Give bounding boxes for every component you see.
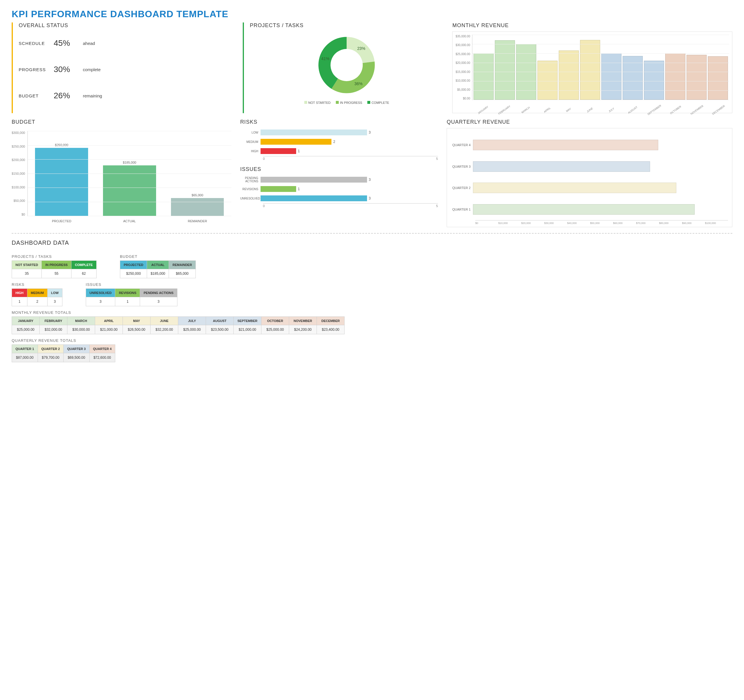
ytick: $150,000	[12, 172, 25, 175]
overall-status-card: OVERALL STATUS SCHEDULE45%aheadPROGRESS3…	[12, 22, 234, 113]
hbar-bar	[260, 139, 332, 145]
status-desc: remaining	[83, 93, 102, 98]
bar	[473, 54, 494, 100]
td: $26,500.00	[123, 325, 150, 334]
td: 3	[48, 297, 62, 306]
top-row: OVERALL STATUS SCHEDULE45%aheadPROGRESS3…	[12, 22, 732, 113]
donut-label: 36%	[354, 82, 363, 86]
divider	[12, 233, 732, 233]
ytick: $50,000	[12, 199, 25, 202]
xlabel: DECEMBER	[709, 103, 728, 117]
th: QUARTER 2	[38, 345, 64, 353]
hbar-value: 3	[367, 195, 371, 201]
qr-bar	[473, 161, 650, 172]
th: SEPTEMBER	[234, 317, 262, 325]
hbar-bar	[260, 195, 367, 201]
th: OCTOBER	[262, 317, 289, 325]
td: 2	[27, 297, 48, 306]
ytick: $20,000.00	[455, 61, 470, 64]
risks-chart: LOW3MEDIUM2HIGH105	[240, 128, 438, 161]
xlabel: JUNE	[580, 103, 600, 117]
dashboard-data-heading: DASHBOARD DATA	[12, 239, 732, 246]
ytick: $250,000	[12, 145, 25, 148]
td: $24,200.00	[289, 325, 317, 334]
th: QUARTER 1	[12, 345, 38, 353]
quarterly-revenue-chart: QUARTER 4QUARTER 3QUARTER 2QUARTER 1$0$1…	[447, 128, 732, 227]
hbar-value: 3	[367, 177, 371, 183]
donut-label: 23%	[357, 46, 366, 51]
bar-value: $185,000	[123, 161, 136, 164]
hbar-bar	[260, 186, 296, 192]
th: NOT STARTED	[12, 261, 42, 269]
td: 3	[86, 297, 115, 306]
hbar-value: 2	[332, 139, 335, 145]
xlabel: NOVEMBER	[687, 103, 707, 117]
bar	[580, 40, 600, 100]
table-budget: PROJECTEDACTUALREMAINDER$250,000$185,000…	[120, 260, 196, 278]
qr-row: QUARTER 1	[451, 199, 728, 220]
th: QUARTER 4	[89, 345, 115, 353]
status-desc: ahead	[83, 41, 95, 46]
bar-wrap: $65,000	[171, 193, 224, 216]
table-risks: HIGHMEDIUMLOW123	[12, 288, 62, 306]
bar	[559, 51, 579, 100]
ytick: $25,000.00	[455, 52, 470, 56]
th: PROJECTED	[120, 261, 147, 269]
dd-budget-heading: BUDGET	[120, 254, 196, 259]
hbar-bar	[260, 129, 367, 135]
bar	[644, 61, 664, 100]
table-monthly: JANUARYFEBRUARYMARCHAPRILMAYJUNEJULYAUGU…	[12, 317, 345, 334]
table-projects: NOT STARTEDIN PROGRESSCOMPLETE355562	[12, 260, 97, 278]
dd-issues-heading: ISSUES	[86, 282, 177, 287]
th: REVISIONS	[115, 289, 140, 297]
td: $32,000.00	[40, 325, 67, 334]
th: MEDIUM	[27, 289, 48, 297]
td: $21,000.00	[95, 325, 123, 334]
status-desc: complete	[83, 67, 101, 72]
overall-status-heading: OVERALL STATUS	[19, 22, 234, 28]
risks-issues-card: RISKS LOW3MEDIUM2HIGH105 ISSUES PENDING …	[240, 119, 438, 227]
legend-item: IN PROGRESS	[336, 101, 362, 104]
status-value: 30%	[54, 65, 83, 74]
hbar-row: HIGH1	[240, 147, 438, 156]
mid-row: BUDGET $300,000$250,000$200,000$150,000$…	[12, 119, 732, 227]
td: $87,000.00	[12, 353, 38, 362]
hbar-axis: 05	[263, 156, 438, 161]
xlabel: JANUARY	[473, 103, 493, 117]
monthly-revenue-card: MONTHLY REVENUE $35,000.00$30,000.00$25,…	[452, 22, 732, 113]
bar-value: $65,000	[192, 193, 203, 197]
th: LOW	[48, 289, 62, 297]
page-title: KPI PERFORMANCE DASHBOARD TEMPLATE	[12, 9, 732, 19]
td: $30,000.00	[67, 325, 95, 334]
legend-item: COMPLETE	[368, 101, 389, 104]
th: JUNE	[150, 317, 178, 325]
td: $250,000	[120, 269, 147, 278]
hbar-label: LOW	[240, 131, 260, 134]
td: $23,500.00	[206, 325, 234, 334]
ytick: $0.00	[455, 97, 470, 100]
th: MARCH	[67, 317, 95, 325]
qr-label: QUARTER 4	[451, 143, 473, 147]
status-value: 26%	[54, 91, 83, 100]
quarterly-revenue-heading: QUARTERLY REVENUE	[447, 119, 732, 125]
bar	[601, 54, 622, 100]
hbar-value: 1	[296, 186, 300, 192]
th: REMAINDER	[169, 261, 196, 269]
status-value: 45%	[54, 39, 83, 48]
ytick: $0	[12, 213, 25, 216]
status-row: BUDGET26%remaining	[19, 84, 234, 107]
qr-row: QUARTER 2	[451, 177, 728, 199]
hbar-label: MEDIUM	[240, 140, 260, 144]
hbar-label: REVISIONS	[240, 187, 260, 191]
xlabel: APRIL	[537, 103, 557, 117]
projects-donut-chart: 23%36%41%	[313, 31, 380, 98]
qr-row: QUARTER 4	[451, 134, 728, 156]
bar-wrap: $185,000	[103, 161, 156, 216]
qr-bar	[473, 140, 658, 150]
bar	[537, 61, 558, 100]
hbar-row: REVISIONS1	[240, 184, 438, 193]
th: FEBRUARY	[40, 317, 67, 325]
th: MAY	[123, 317, 150, 325]
hbar-row: LOW3	[240, 128, 438, 137]
hbar-row: PENDING ACTIONS3	[240, 175, 438, 184]
